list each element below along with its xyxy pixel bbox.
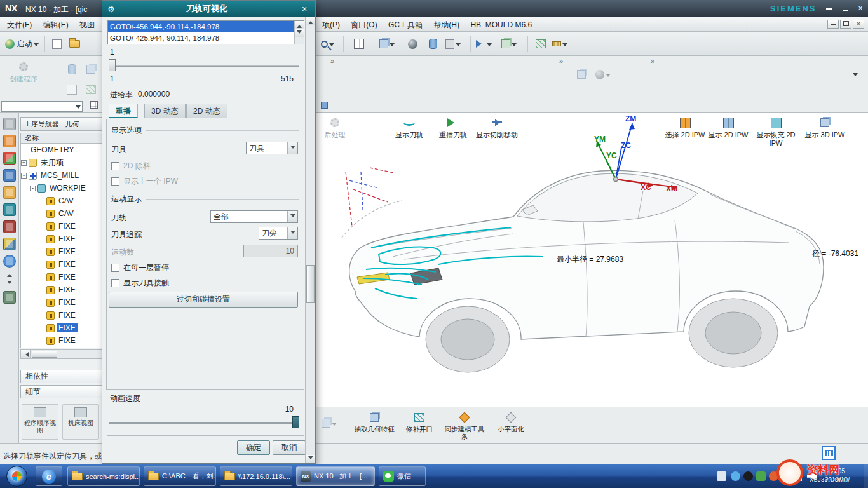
- slider-thumb[interactable]: [292, 416, 299, 428]
- tree-row-selected[interactable]: FIXE: [21, 322, 102, 334]
- select-2d-ipw-button[interactable]: 选择 2D IPW: [665, 114, 705, 154]
- assembly-navigator-icon[interactable]: [3, 135, 16, 147]
- ok-button[interactable]: 确定: [237, 440, 270, 455]
- tray-icon-messenger[interactable]: [731, 471, 740, 481]
- start-menu-button[interactable]: 启动: [3, 36, 41, 52]
- part-navigator-icon[interactable]: [3, 169, 16, 182]
- slider-track[interactable]: [109, 422, 299, 424]
- scroll-up-button[interactable]: [295, 21, 304, 29]
- tree-row[interactable]: CAV: [21, 194, 102, 207]
- tree-row[interactable]: FIXE: [21, 271, 102, 283]
- show-2d-ipw-button[interactable]: 显示 2D IPW: [708, 114, 749, 154]
- patch-opening-button[interactable]: 修补开口: [401, 410, 438, 442]
- verify-toolpath-button[interactable]: [595, 66, 611, 83]
- combo-dropdown-button[interactable]: [287, 211, 297, 222]
- taskbar-item-nx[interactable]: NX NX 10 - 加工 - [...: [296, 466, 375, 486]
- tree-row[interactable]: FIXE: [21, 220, 102, 233]
- cancel-button[interactable]: 取消: [273, 440, 306, 455]
- selection-filter-combo[interactable]: [1, 101, 83, 112]
- tree-row[interactable]: FIXE: [21, 283, 102, 296]
- checkbox-box[interactable]: [111, 177, 119, 186]
- scroll-down-button[interactable]: [295, 29, 304, 37]
- sphere-tool-button[interactable]: [404, 36, 421, 52]
- tray-icon-security[interactable]: [756, 471, 766, 481]
- menu-help[interactable]: 帮助(H): [429, 17, 464, 33]
- synchronous-modeling-button[interactable]: 同步建模工具条: [443, 410, 486, 442]
- show-toolpath-button[interactable]: 显示刀轨: [389, 114, 430, 154]
- tree-row[interactable]: FIXE: [21, 334, 102, 347]
- cylinder-tool-button[interactable]: [424, 36, 441, 52]
- show-filled-2d-ipw-button[interactable]: 显示恢充 2D IPW: [751, 114, 801, 154]
- window-layout-button[interactable]: [351, 36, 367, 52]
- goto-row-selected[interactable]: GOTO/-456.944,-90.114,-184.978: [108, 21, 304, 32]
- checkbox-box[interactable]: [111, 162, 119, 170]
- detail-panel-header[interactable]: 细节: [20, 385, 102, 398]
- menu-window[interactable]: 窗口(O): [346, 17, 381, 33]
- taskbar-item-abc[interactable]: C:\ABC—看，刘...: [144, 466, 216, 486]
- menu-hb-mould[interactable]: HB_MOULD M6.6: [466, 18, 536, 32]
- checkbox-box[interactable]: [111, 279, 119, 287]
- tree-row[interactable]: GEOMETRY: [21, 144, 102, 156]
- simulate-machine-button[interactable]: [573, 66, 590, 83]
- constraint-navigator-icon[interactable]: [3, 152, 16, 165]
- show-cut-moves-button[interactable]: 显示切削移动: [475, 114, 519, 154]
- rotate-view-button[interactable]: [501, 36, 517, 52]
- show-3d-ipw-button[interactable]: 显示 3D IPW: [803, 114, 846, 154]
- create-operation-button[interactable]: [83, 81, 99, 98]
- menu-edit[interactable]: 编辑(E): [39, 17, 73, 33]
- menu-preferences[interactable]: 项(P): [318, 17, 344, 33]
- reuse-library-icon[interactable]: [3, 186, 16, 199]
- new-file-button[interactable]: [48, 36, 65, 52]
- gouge-collision-settings-button[interactable]: 过切和碰撞设置: [109, 292, 298, 308]
- machine-tool-view-button[interactable]: 机床视图: [62, 404, 99, 440]
- keyboard-tray-icon[interactable]: [717, 471, 726, 481]
- graphics-area[interactable]: ZM YM YC ZC XC XM 最小半径 = 27.9683 径 = -76…: [316, 113, 868, 407]
- open-file-button[interactable]: [66, 36, 83, 52]
- toolpath-visualization-dialog[interactable]: ⚙ 刀轨可视化 × GOTO/-456.944,-90.114,-184.978…: [102, 0, 316, 464]
- replay-toolpath-button[interactable]: 重播刀轨: [435, 114, 471, 154]
- tree-expander[interactable]: +: [21, 160, 27, 166]
- rail-scroll-up-icon[interactable]: [7, 271, 12, 277]
- group-overflow-chevron[interactable]: »: [559, 57, 563, 65]
- cue-icon-button[interactable]: [318, 98, 330, 111]
- snap-point-button[interactable]: [88, 98, 100, 111]
- color-swatch-button[interactable]: [445, 36, 461, 52]
- slider-track[interactable]: [109, 65, 299, 67]
- group-overflow-chevron[interactable]: »: [330, 57, 334, 65]
- dependency-panel-header[interactable]: 相依性: [20, 370, 102, 383]
- menu-view[interactable]: 视图: [75, 17, 99, 33]
- create-geometry-button[interactable]: [83, 61, 99, 78]
- rail-scroll-down-icon[interactable]: [7, 281, 12, 287]
- menu-gc-toolbox[interactable]: GC工具箱: [384, 17, 427, 33]
- combo-dropdown-button[interactable]: [287, 142, 297, 154]
- measure-button[interactable]: [552, 36, 568, 52]
- crosshatch-button[interactable]: [532, 36, 549, 52]
- more-tools-button[interactable]: [321, 415, 337, 431]
- menu-file[interactable]: 文件(F): [3, 17, 36, 33]
- navigator-hscrollbar[interactable]: [20, 349, 102, 359]
- tool-display-combo[interactable]: 刀具: [246, 142, 298, 154]
- postprocess-button[interactable]: 后处理: [316, 114, 353, 154]
- slider-thumb[interactable]: [109, 59, 116, 71]
- scroll-down-button[interactable]: [306, 455, 315, 463]
- checkbox-box[interactable]: [111, 264, 119, 272]
- dialog-titlebar[interactable]: ⚙ 刀轨可视化 ×: [102, 1, 315, 17]
- goto-event-list[interactable]: GOTO/-456.944,-90.114,-184.978 GOTO/-425…: [107, 20, 304, 44]
- tree-expander[interactable]: -: [30, 186, 36, 191]
- goto-list-scrollbar[interactable]: [294, 21, 304, 44]
- tree-row[interactable]: -WORKPIE: [21, 182, 102, 194]
- ie-taskbar-button[interactable]: e: [36, 466, 62, 486]
- extract-geometry-button[interactable]: 抽取几何特征: [353, 410, 396, 442]
- scroll-thumb[interactable]: [32, 351, 57, 358]
- tree-row[interactable]: FIXE: [21, 309, 102, 322]
- caret-down-icon[interactable]: [853, 73, 858, 79]
- close-button[interactable]: ×: [853, 4, 868, 14]
- hd3d-tools-icon[interactable]: [3, 203, 16, 216]
- dialog-scrollbar[interactable]: [305, 17, 315, 463]
- taskbar-item-search[interactable]: search-ms:displ...: [67, 466, 140, 486]
- tree-row[interactable]: -MCS_MILL: [21, 169, 102, 182]
- restore-button[interactable]: [837, 4, 853, 14]
- tree-row[interactable]: +未用项: [21, 156, 102, 169]
- tool-trace-combo[interactable]: 刀尖: [259, 227, 298, 240]
- tree-row[interactable]: FIXE: [21, 258, 102, 271]
